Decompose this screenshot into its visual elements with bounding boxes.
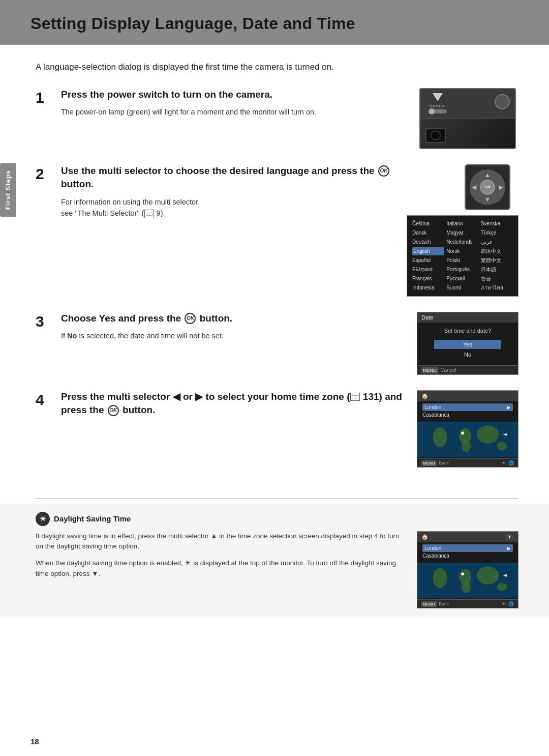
multi-arrow-down-icon: ▼	[484, 196, 491, 203]
lang-cestina: Čeština	[412, 220, 444, 228]
page-title: Setting Display Language, Date and Time	[30, 14, 518, 33]
lang-russian: Русский	[446, 275, 478, 283]
dst-casablanca-label: Casablanca	[422, 553, 449, 559]
dialog-body: Set time and date? Yes No	[417, 323, 518, 365]
step-4-heading: Press the multi selector ◀ or ▶ to selec…	[61, 390, 407, 417]
note-body: If daylight saving time is in effect, pr…	[36, 531, 518, 608]
step-1-heading-text: Press the power switch to turn on the ca…	[61, 89, 272, 100]
step-4-number: 4	[36, 390, 61, 468]
multi-arrow-left-icon: ◀	[472, 184, 476, 191]
camera-body: ON/OFF	[420, 89, 515, 148]
lang-japanese: 日本語	[481, 266, 513, 274]
section-divider	[36, 498, 518, 499]
world-map-svg	[417, 422, 518, 457]
svg-point-3	[477, 425, 499, 444]
world-map: 🏠 London ▶ Casablanca	[417, 390, 518, 468]
side-tab: First Steps	[0, 163, 16, 217]
lang-polski: Polski	[446, 256, 478, 265]
lang-arabic: عربي	[481, 238, 513, 246]
world-map-dst: 🏠 ☀ London ▶ Casablanca	[417, 531, 518, 608]
step-1-content: Press the power switch to turn on the ca…	[61, 88, 417, 149]
dst-active-icon: ☀	[505, 534, 514, 540]
lens-circle	[431, 130, 441, 140]
step-2: 2 Use the multi selector to choose the d…	[36, 164, 518, 297]
power-switch[interactable]	[429, 109, 447, 113]
map-city-casablanca[interactable]: Casablanca	[422, 411, 513, 419]
dst-map-title-bar: 🏠 ☀	[417, 532, 518, 542]
svg-point-7	[497, 442, 507, 450]
lang-magyar: Magyar	[446, 229, 478, 237]
dst-icon: ☀	[40, 515, 46, 523]
lang-dansk: Dansk	[412, 229, 444, 237]
lang-greek: Ελληνικά	[412, 266, 444, 274]
step-3-heading: Choose Yes and press the OK button.	[61, 312, 407, 326]
map-title-bar: 🏠	[417, 391, 518, 401]
multi-selector-image: ▲ ▼ ◀ ▶ OK	[465, 164, 510, 210]
note-text: If daylight saving time is in effect, pr…	[36, 531, 417, 586]
switch-knob	[429, 108, 435, 114]
svg-point-11	[477, 566, 499, 585]
step-4-ref-page: 131	[363, 391, 379, 402]
dst-world-map-svg	[417, 563, 518, 598]
lang-thai: ภาษาไทย	[481, 284, 513, 292]
note-para-1: If daylight saving time is in effect, pr…	[36, 531, 407, 553]
svg-point-15	[497, 583, 507, 591]
back-label: Back	[439, 460, 449, 466]
menu-label: MENU	[421, 367, 438, 373]
step-3-number: 3	[36, 312, 61, 375]
dst-map-visual	[417, 563, 518, 598]
home-icon: 🏠	[421, 393, 429, 399]
dialog-option-no[interactable]: No	[434, 350, 502, 359]
multi-arrow-up-icon: ▲	[484, 171, 491, 179]
city-london-arrow: ▶	[507, 404, 511, 410]
step-1-image: ON/OFF	[417, 88, 518, 149]
map-city-london[interactable]: London ▶	[422, 403, 513, 411]
step-1-heading: Press the power switch to turn on the ca…	[61, 88, 407, 102]
dst-city-london[interactable]: London ▶	[422, 544, 513, 552]
dst-london-label: London	[424, 545, 441, 551]
dst-map-footer: MENU Back ☀: 🌐	[417, 599, 518, 608]
main-content: A language-selection dialog is displayed…	[0, 45, 549, 498]
svg-point-6	[462, 440, 471, 452]
step-4-heading-button: button.	[123, 404, 155, 415]
multi-selector-wheel: ▲ ▼ ◀ ▶ OK	[470, 169, 505, 205]
book-ref-icon-s2: □□	[144, 210, 154, 219]
step-3-no-bold: No	[67, 332, 77, 340]
step-2-heading: Use the multi selector to choose the des…	[61, 164, 396, 191]
map-menu-back: MENU Back	[421, 460, 449, 466]
camera-image: ON/OFF	[419, 88, 516, 149]
city-london-label: London	[424, 404, 441, 410]
map-cities: London ▶ Casablanca	[417, 401, 518, 421]
step-2-content: Use the multi selector to choose the des…	[61, 164, 407, 297]
lang-english: English	[412, 247, 444, 255]
svg-point-4	[461, 431, 464, 434]
dst-city-casablanca[interactable]: Casablanca	[422, 552, 513, 560]
step-1-number: 1	[36, 88, 61, 149]
multi-arrow-right-icon: ▶	[499, 184, 503, 191]
svg-point-14	[462, 580, 471, 593]
svg-point-12	[461, 572, 464, 575]
lang-korean: 한글	[481, 275, 513, 283]
page: Setting Display Language, Date and Time …	[0, 0, 549, 756]
step-4-content: Press the multi selector ◀ or ▶ to selec…	[61, 390, 417, 468]
cancel-label: Cancel	[440, 367, 456, 373]
dialog-option-yes[interactable]: Yes	[434, 340, 502, 349]
note-para-2: When the daylight saving time option is …	[36, 558, 407, 579]
map-visual	[417, 422, 518, 457]
lang-suomi: Suomi	[446, 284, 478, 292]
lang-francais: Français	[412, 275, 444, 283]
note-icon: ☀	[36, 512, 50, 526]
on-off-label: ON/OFF	[430, 104, 446, 108]
dialog-title: Date	[417, 312, 518, 323]
map-footer: MENU Back ☀: 🌐	[417, 458, 518, 467]
page-number: 18	[30, 737, 39, 746]
lang-simplified-chinese: 简体中文	[481, 247, 513, 255]
lang-deutsch: Deutsch	[412, 238, 444, 246]
step-3-desc: If No is selected, the date and time wil…	[61, 330, 407, 341]
step-1: 1 Press the power switch to turn on the …	[36, 88, 518, 149]
step-2-images: ▲ ▼ ◀ ▶ OK Čeština Italiano Svenska Dans…	[407, 164, 518, 297]
power-arrow-icon	[433, 93, 443, 101]
header-bar: Setting Display Language, Date and Time	[0, 0, 549, 45]
dialog-footer: MENU Cancel	[417, 365, 518, 374]
step-3: 3 Choose Yes and press the OK button. If…	[36, 312, 518, 375]
